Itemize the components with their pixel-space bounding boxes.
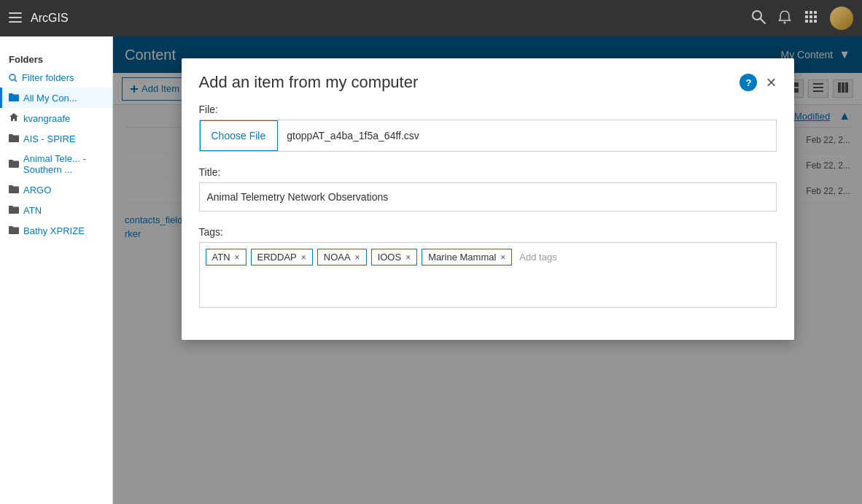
folder-icon <box>9 204 19 216</box>
tag-label: NOAA <box>324 252 351 263</box>
sidebar-item-label: ATN <box>23 205 42 216</box>
sidebar-item-all-my-content[interactable]: All My Con... <box>0 88 112 108</box>
folders-label: Folders <box>0 48 112 68</box>
top-nav: ArcGIS <box>0 0 862 36</box>
avatar[interactable] <box>830 7 853 30</box>
close-icon[interactable]: × <box>766 74 776 91</box>
search-icon[interactable] <box>751 9 766 28</box>
file-label: File: <box>199 104 777 115</box>
tag-label: ERDDAP <box>257 252 297 263</box>
tag-remove-button[interactable]: × <box>355 253 360 262</box>
tag-chip-noaa: NOAA × <box>317 249 367 265</box>
svg-rect-12 <box>805 20 808 23</box>
svg-rect-14 <box>814 20 817 23</box>
tag-chip-erddap: ERDDAP × <box>251 249 313 265</box>
tag-chip-atn: ATN × <box>206 249 246 265</box>
tag-label: Marine Mammal <box>428 252 496 263</box>
modal-title: Add an item from my computer <box>199 73 419 92</box>
sidebar-item-label: Bathy XPRIZE <box>23 225 85 236</box>
avatar-image <box>830 7 853 30</box>
svg-point-5 <box>784 21 786 23</box>
tags-input-placeholder[interactable]: Add tags <box>516 249 559 265</box>
sidebar-filter-label: Filter folders <box>22 72 74 83</box>
sidebar: Folders Filter folders All My Con... <box>0 36 113 504</box>
hamburger-icon[interactable] <box>9 11 22 26</box>
sidebar-filter[interactable]: Filter folders <box>0 68 112 88</box>
svg-line-4 <box>761 19 765 23</box>
svg-rect-10 <box>809 15 812 18</box>
title-label: Title: <box>199 166 777 178</box>
sidebar-item-label: kvangraafe <box>23 113 70 124</box>
file-input-row: Choose File gtoppAT_a4ba_1f5a_64ff.csv <box>199 120 777 152</box>
svg-rect-2 <box>9 21 22 23</box>
top-nav-left: ArcGIS <box>9 11 69 26</box>
svg-point-15 <box>9 74 15 80</box>
sidebar-item-label: All My Con... <box>23 93 77 104</box>
file-name-display: gtoppAT_a4ba_1f5a_64ff.csv <box>278 120 775 151</box>
svg-point-3 <box>753 11 761 20</box>
app-title: ArcGIS <box>31 12 69 25</box>
title-form-group: Title: <box>199 166 777 212</box>
main-content: Content My Content ▼ Add Item <box>113 36 862 504</box>
svg-line-16 <box>15 80 17 82</box>
svg-rect-6 <box>805 11 808 14</box>
sidebar-item-label: ARGO <box>23 185 51 195</box>
folder-icon <box>9 92 19 104</box>
sidebar-item-label: Animal Tele... - Southern ... <box>23 153 104 175</box>
svg-rect-8 <box>814 11 817 14</box>
tag-label: ATN <box>212 252 230 263</box>
modal-header: Add an item from my computer ? × <box>182 58 794 104</box>
folder-icon <box>9 158 19 170</box>
tag-remove-button[interactable]: × <box>500 253 505 262</box>
content-area: Folders Filter folders All My Con... <box>0 36 862 504</box>
file-form-group: File: Choose File gtoppAT_a4ba_1f5a_64ff… <box>199 104 777 152</box>
modal: Add an item from my computer ? × File: <box>182 58 794 340</box>
bell-icon[interactable] <box>777 9 792 28</box>
tag-label: IOOS <box>378 252 402 263</box>
help-icon-label: ? <box>746 77 752 88</box>
tag-remove-button[interactable]: × <box>235 253 240 262</box>
folder-icon <box>9 133 19 144</box>
tags-label: Tags: <box>199 226 777 238</box>
svg-rect-0 <box>9 12 22 14</box>
svg-rect-1 <box>9 17 22 18</box>
app-shell: ArcGIS <box>0 0 862 504</box>
modal-overlay: Add an item from my computer ? × File: <box>113 36 862 504</box>
grid-icon[interactable] <box>804 9 818 28</box>
svg-rect-13 <box>809 20 812 23</box>
sidebar-item-animal-tele[interactable]: Animal Tele... - Southern ... <box>0 149 112 179</box>
modal-header-icons: ? × <box>739 74 776 91</box>
sidebar-item-atn[interactable]: ATN <box>0 200 112 220</box>
tags-container[interactable]: ATN × ERDDAP × NOAA × <box>199 242 777 308</box>
svg-rect-11 <box>814 15 817 18</box>
choose-file-button[interactable]: Choose File <box>200 120 279 151</box>
sidebar-item-ais-spire[interactable]: AIS - SPIRE <box>0 128 112 149</box>
svg-rect-9 <box>805 15 808 18</box>
sidebar-item-bathy-xprize[interactable]: Bathy XPRIZE <box>0 220 112 241</box>
tags-form-group: Tags: ATN × ERDDAP × <box>199 226 777 308</box>
modal-body: File: Choose File gtoppAT_a4ba_1f5a_64ff… <box>182 104 794 340</box>
tag-remove-button[interactable]: × <box>301 253 306 262</box>
sidebar-item-label: AIS - SPIRE <box>23 133 76 144</box>
tag-chip-ioos: IOOS × <box>371 249 418 265</box>
help-icon[interactable]: ? <box>739 74 757 91</box>
tag-remove-button[interactable]: × <box>405 253 411 262</box>
sidebar-item-argo[interactable]: ARGO <box>0 179 112 200</box>
title-input[interactable] <box>199 182 777 212</box>
svg-rect-7 <box>809 11 812 14</box>
folder-icon <box>9 225 19 236</box>
top-nav-right <box>751 7 853 30</box>
tag-chip-marine-mammal: Marine Mammal × <box>422 249 512 265</box>
home-icon <box>9 112 19 124</box>
folder-icon <box>9 184 19 195</box>
sidebar-item-kvangraafe[interactable]: kvangraafe <box>0 108 112 128</box>
